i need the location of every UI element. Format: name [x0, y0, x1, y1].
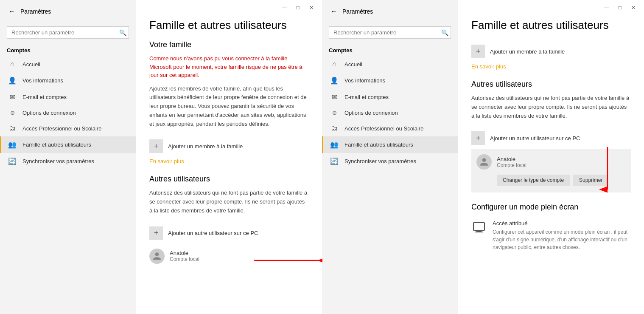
right-nav-famille[interactable]: 👥 Famille et autres utilisateurs	[322, 136, 458, 153]
home-icon-left: ⌂	[8, 60, 17, 68]
left-nav-famille-label: Famille et autres utilisateurs	[22, 141, 91, 148]
left-add-user-row[interactable]: + Ajouter un autre utilisateur sur ce PC	[149, 222, 309, 244]
right-section-label: Comptes	[322, 42, 458, 56]
right-sidebar-title: Paramètres	[342, 8, 373, 15]
back-button-right[interactable]: ←	[329, 6, 339, 17]
sync-icon-left: 🔄	[8, 157, 17, 165]
left-close-btn[interactable]: ✕	[305, 2, 317, 14]
kiosk-icon	[471, 220, 487, 235]
right-titlebar: — □ ✕	[458, 0, 644, 15]
left-warning-text: Comme nous n'avons pas pu vous connecter…	[149, 54, 309, 79]
left-main-panel: — □ ✕ Famille et autres utilisateurs Vot…	[136, 0, 322, 314]
person-icon-right-1: 👤	[330, 76, 339, 85]
person-icon-left-1: 👤	[8, 76, 17, 85]
right-search-icon[interactable]: 🔍	[441, 29, 448, 36]
key-icon-left: ⊙	[8, 110, 17, 116]
left-search-icon[interactable]: 🔍	[119, 29, 126, 36]
right-nav-email-label: E-mail et comptes	[344, 94, 389, 100]
right-add-member-label: Ajouter un membre à la famille	[490, 48, 565, 55]
right-page-title: Famille et autres utilisateurs	[471, 19, 631, 32]
home-icon-right: ⌂	[330, 60, 339, 68]
left-votre-famille-heading: Votre famille	[149, 40, 309, 49]
left-minimize-btn[interactable]: —	[278, 2, 290, 14]
people-icon-left: 👥	[8, 141, 17, 149]
left-nav-sync[interactable]: 🔄 Synchroniser vos paramètres	[0, 153, 136, 170]
left-nav-options-label: Options de connexion	[22, 110, 76, 116]
sync-icon-right: 🔄	[330, 157, 339, 165]
left-nav-famille[interactable]: 👥 Famille et autres utilisateurs	[0, 136, 136, 153]
left-add-user-label: Ajouter un autre utilisateur sur ce PC	[168, 230, 258, 236]
left-nav-vos-informations[interactable]: 👤 Vos informations	[0, 72, 136, 89]
left-section-label: Comptes	[0, 42, 136, 56]
left-sidebar-header: ← Paramètres	[0, 0, 136, 23]
left-nav-vos-informations-label: Vos informations	[22, 77, 63, 84]
left-nav-sync-label: Synchroniser vos paramètres	[22, 158, 94, 164]
left-arrow-annotation	[249, 252, 322, 271]
right-nav-accueil[interactable]: ⌂ Accueil	[322, 56, 458, 72]
key-icon-right: ⊙	[330, 110, 339, 116]
right-search-box: 🔍	[329, 26, 451, 39]
right-sidebar-header: ← Paramètres	[322, 0, 458, 23]
right-nav-vos-informations[interactable]: 👤 Vos informations	[322, 72, 458, 89]
right-en-savoir-plus-link[interactable]: En savoir plus	[471, 63, 506, 70]
email-icon-left: ✉	[8, 93, 17, 101]
right-nav-acces-pro[interactable]: 🗂 Accès Professionnel ou Scolaire	[322, 120, 458, 136]
left-user-section: Anatole Compte local	[149, 244, 309, 268]
left-nav-email-label: E-mail et comptes	[22, 94, 67, 100]
left-add-member-row[interactable]: + Ajouter un membre à la famille	[149, 135, 309, 157]
left-sidebar-title: Paramètres	[20, 8, 51, 15]
svg-rect-6	[475, 232, 483, 232]
add-user-plus-icon-right: +	[471, 131, 485, 145]
add-member-plus-icon-right: +	[471, 45, 485, 58]
right-acces-attribue-title: Accès attribué	[493, 220, 631, 226]
right-user-name: Anatole	[497, 156, 526, 162]
right-nav-email[interactable]: ✉ E-mail et comptes	[322, 89, 458, 105]
left-user-type: Compte local	[170, 256, 199, 262]
right-search-input[interactable]	[329, 26, 451, 39]
right-user-info: Anatole Compte local	[497, 156, 526, 168]
right-maximize-btn[interactable]: □	[614, 2, 626, 14]
right-nav-options-connexion[interactable]: ⊙ Options de connexion	[322, 105, 458, 120]
left-maximize-btn[interactable]: □	[292, 2, 304, 14]
right-content-area: Famille et autres utilisateurs + Ajouter…	[458, 15, 644, 314]
left-nav-accueil[interactable]: ⌂ Accueil	[0, 56, 136, 72]
right-nav-accueil-label: Accueil	[344, 61, 362, 68]
right-user-avatar	[476, 154, 492, 170]
left-page-title: Famille et autres utilisateurs	[149, 19, 309, 32]
left-user-info: Anatole Compte local	[170, 250, 199, 262]
right-add-user-label: Ajouter un autre utilisateur sur ce PC	[490, 135, 580, 141]
left-en-savoir-plus-link[interactable]: En savoir plus	[149, 158, 184, 164]
right-nav-sync[interactable]: 🔄 Synchroniser vos paramètres	[322, 153, 458, 170]
left-nav-options-connexion[interactable]: ⊙ Options de connexion	[0, 105, 136, 120]
left-search-input[interactable]	[7, 26, 129, 39]
back-button-left[interactable]: ←	[7, 6, 17, 17]
right-close-btn[interactable]: ✕	[627, 2, 639, 14]
left-nav-accueil-label: Accueil	[22, 61, 40, 68]
svg-rect-4	[473, 223, 484, 230]
left-autres-utilisateurs-heading: Autres utilisateurs	[149, 175, 309, 184]
right-sidebar: ← Paramètres 🔍 Comptes ⌂ Accueil 👤 Vos i…	[322, 0, 458, 314]
right-autres-utilisateurs-desc: Autorisez des utilisateurs qui ne font p…	[471, 94, 631, 120]
left-content-area: Famille et autres utilisateurs Votre fam…	[136, 15, 322, 314]
left-search-box: 🔍	[7, 26, 129, 39]
right-down-arrow-annotation	[593, 145, 622, 198]
left-sidebar: ← Paramètres 🔍 Comptes ⌂ Accueil 👤 Vos i…	[0, 0, 136, 314]
left-user-name: Anatole	[170, 250, 199, 256]
right-user-expanded-section: Anatole Compte local Changer le type de …	[471, 149, 631, 192]
briefcase-icon-left: 🗂	[8, 124, 17, 132]
right-main-panel: — □ ✕ Famille et autres utilisateurs + A…	[458, 0, 644, 314]
change-account-type-btn[interactable]: Changer le type de compte	[497, 175, 570, 186]
right-acces-attribue-desc: Configurer cet appareil comme un mode pl…	[493, 228, 631, 251]
left-nav-acces-pro[interactable]: 🗂 Accès Professionnel ou Scolaire	[0, 120, 136, 136]
left-user-avatar	[149, 249, 165, 264]
svg-rect-5	[476, 230, 482, 232]
right-nav-vos-informations-label: Vos informations	[344, 77, 385, 84]
add-user-plus-icon-left: +	[149, 226, 163, 240]
left-famille-desc: Ajoutez les membres de votre famille, af…	[149, 85, 309, 129]
people-icon-right: 👥	[330, 141, 339, 149]
right-minimize-btn[interactable]: —	[600, 2, 612, 14]
right-nav-famille-label: Famille et autres utilisateurs	[344, 141, 413, 148]
right-add-member-row[interactable]: + Ajouter un membre à la famille	[471, 40, 631, 62]
right-acces-attribue-item[interactable]: Accès attribué Configurer cet appareil c…	[471, 217, 631, 255]
left-nav-email[interactable]: ✉ E-mail et comptes	[0, 89, 136, 105]
